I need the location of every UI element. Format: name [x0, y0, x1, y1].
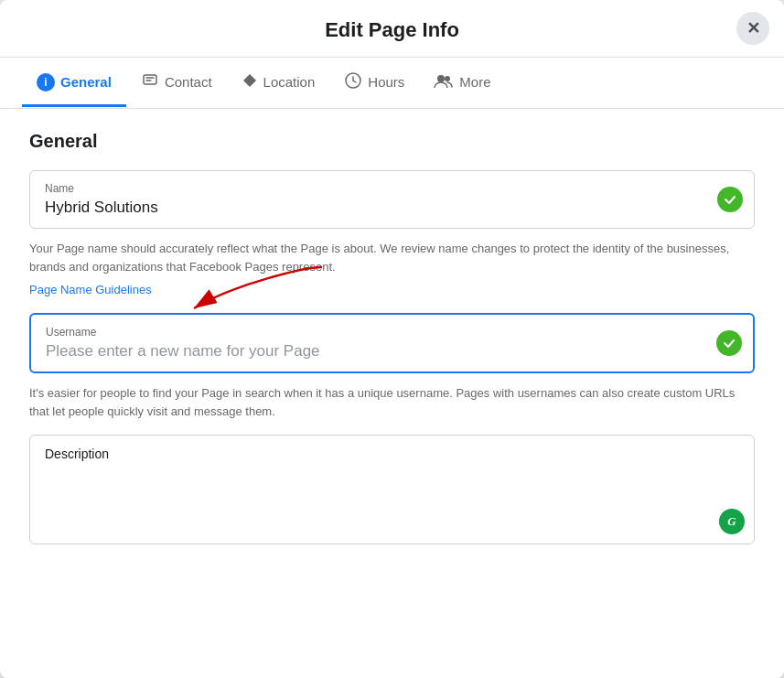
grammarly-icon: G [719, 509, 745, 534]
svg-point-3 [445, 76, 450, 81]
tab-hours[interactable]: Hours [329, 59, 419, 109]
name-label: Name [45, 182, 710, 195]
tab-location-label: Location [263, 74, 316, 90]
edit-page-info-modal: Edit Page Info ✕ i General Contact Locat… [0, 0, 784, 678]
tab-more-label: More [459, 74, 490, 90]
contact-icon [141, 70, 159, 93]
location-icon [242, 72, 258, 92]
tab-general[interactable]: i General [22, 60, 126, 107]
name-value: Hybrid Solutions [45, 199, 710, 217]
tab-contact[interactable]: Contact [126, 58, 227, 109]
tab-contact-label: Contact [165, 74, 212, 90]
arrow-container: Username [29, 313, 755, 373]
name-field-box: Name Hybrid Solutions [29, 170, 755, 229]
modal-header: Edit Page Info ✕ [0, 0, 784, 58]
modal-title: Edit Page Info [325, 18, 459, 42]
svg-rect-0 [144, 75, 156, 84]
close-button[interactable]: ✕ [736, 12, 769, 45]
username-field-box: Username [29, 313, 755, 373]
tabs-nav: i General Contact Location Hours More [0, 58, 784, 109]
general-icon: i [37, 73, 55, 91]
more-icon [434, 72, 454, 92]
page-name-guidelines-link[interactable]: Page Name Guidelines [29, 283, 152, 296]
username-helper-text: It's easier for people to find your Page… [29, 384, 755, 420]
close-icon: ✕ [746, 18, 760, 38]
section-title: General [29, 131, 755, 152]
username-label: Username [46, 326, 709, 339]
name-check-icon [717, 187, 743, 212]
username-input[interactable] [46, 342, 709, 361]
content-area: General Name Hybrid Solutions Your Page … [0, 109, 784, 566]
hours-icon [344, 71, 362, 93]
description-label: Description [45, 447, 739, 461]
tab-general-label: General [60, 74, 112, 90]
tab-hours-label: Hours [368, 74, 404, 90]
username-check-icon [716, 330, 742, 356]
description-field-box: Description G [29, 435, 755, 544]
tab-more[interactable]: More [419, 59, 505, 108]
name-helper-text: Your Page name should accurately reflect… [29, 240, 755, 275]
tab-location[interactable]: Location [227, 59, 330, 108]
svg-point-2 [437, 75, 445, 82]
